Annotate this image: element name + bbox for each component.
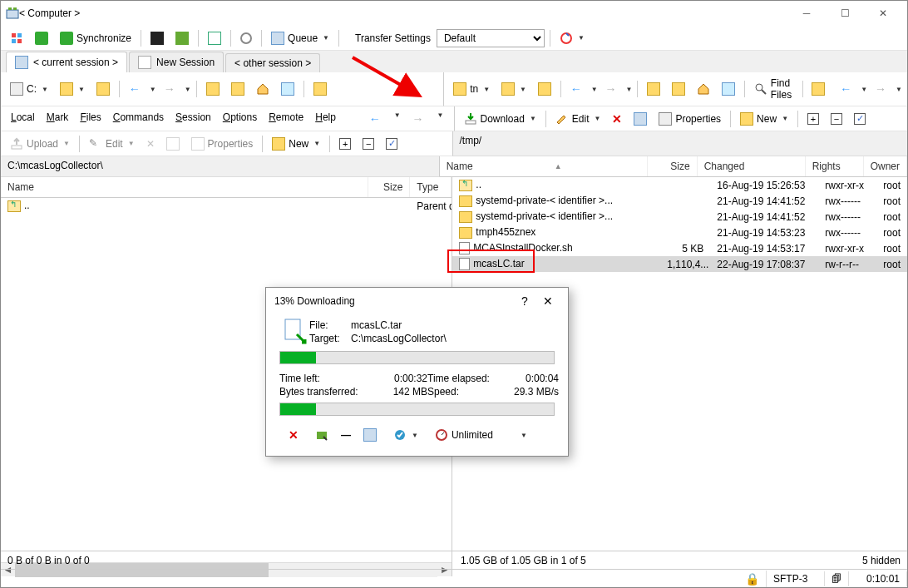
left-refresh[interactable] <box>227 80 249 98</box>
toggle-button[interactable] <box>171 29 193 47</box>
nav-forward[interactable]: → <box>871 80 891 98</box>
rename-icon <box>634 112 647 126</box>
left-parent[interactable] <box>92 80 114 98</box>
menu-remote[interactable]: Remote <box>264 110 308 127</box>
dialog-close-button[interactable]: ✕ <box>536 294 560 308</box>
copy-stats-button[interactable] <box>359 426 381 444</box>
left-forward[interactable]: → <box>160 80 180 98</box>
left-edit-button[interactable]: ✎Edit▼ <box>85 135 139 153</box>
col-rights[interactable]: Rights <box>806 156 864 176</box>
left-delete-button[interactable]: ✕ <box>142 136 159 152</box>
right-forward[interactable]: → <box>601 80 621 98</box>
download-button[interactable]: Download▼ <box>460 110 540 128</box>
svg-rect-0 <box>7 10 18 18</box>
expand-button[interactable]: + <box>803 111 823 127</box>
menu-local[interactable]: Local <box>6 110 40 127</box>
log-icon[interactable]: 🗐 <box>832 573 841 585</box>
chevron-down-icon[interactable]: ▼ <box>521 432 527 439</box>
right-refresh[interactable] <box>668 80 689 98</box>
left-home[interactable] <box>252 80 274 98</box>
right-new-button[interactable]: New▼ <box>736 110 792 128</box>
left-back[interactable]: ← <box>125 80 145 98</box>
left-tree[interactable] <box>277 80 299 98</box>
select-button[interactable]: ✓ <box>850 111 870 127</box>
minimize-button[interactable]: ─ <box>787 1 826 26</box>
right-open-folder[interactable]: ▼ <box>497 80 530 98</box>
left-ops-toolbar: Upload▼ ✎Edit▼ ✕ Properties New▼ + − ✓ <box>1 131 453 156</box>
right-path: /tmp/ <box>460 135 482 146</box>
left-root[interactable] <box>202 80 224 98</box>
tab-other-session[interactable]: < other session > <box>225 53 320 72</box>
right-tree[interactable] <box>718 80 739 98</box>
right-home[interactable] <box>693 80 714 98</box>
right-bookmark[interactable] <box>807 80 829 98</box>
list-item[interactable]: tmph455znex21-Aug-19 14:53:23rwx------ro… <box>452 225 907 240</box>
refresh-button[interactable] <box>204 29 225 47</box>
col-name[interactable]: Name▲ <box>440 156 648 176</box>
minimize-transfer-button[interactable] <box>311 426 333 444</box>
dialog-help-button[interactable]: ? <box>513 294 536 308</box>
col-size[interactable]: Size <box>648 156 698 176</box>
list-item[interactable]: systemd-private-< identifier >...21-Aug-… <box>452 209 907 225</box>
tab-current-session[interactable]: < current session > <box>6 52 127 72</box>
col-type-left[interactable]: Type <box>410 177 452 197</box>
settings-button[interactable] <box>236 30 256 47</box>
right-parent[interactable] <box>534 80 555 98</box>
right-edit-button[interactable]: Edit▼ <box>551 110 605 128</box>
left-bookmark[interactable] <box>309 80 331 98</box>
upload-button[interactable]: Upload▼ <box>6 135 74 153</box>
transfer-once-button[interactable]: ▼ <box>389 426 422 444</box>
left-open-folder[interactable]: ▼ <box>56 80 89 98</box>
properties-icon <box>191 137 205 151</box>
tab-new-session[interactable]: New Session <box>129 52 224 72</box>
menu-session[interactable]: Session <box>170 110 216 127</box>
transfer-settings-combo[interactable]: Default <box>437 29 545 47</box>
left-select-button[interactable]: ✓ <box>382 136 402 152</box>
left-pathbar[interactable]: C:\mcasLogCollector\ <box>1 156 440 177</box>
left-expand-button[interactable]: + <box>335 136 355 152</box>
left-new-button[interactable]: New▼ <box>268 135 324 153</box>
speed-limit-button[interactable]: Unlimited <box>431 426 497 444</box>
left-history-back[interactable]: ← <box>364 110 386 127</box>
left-drive-combo[interactable]: C:▼ <box>6 80 52 98</box>
tab-new-label: New Session <box>156 57 215 68</box>
find-files-button[interactable]: Find Files <box>750 75 797 103</box>
synchronize-button[interactable]: Synchronize <box>56 29 136 47</box>
menu-help[interactable]: Help <box>310 110 341 127</box>
right-root[interactable] <box>643 80 664 98</box>
right-rename-button[interactable] <box>629 110 651 128</box>
col-changed[interactable]: Changed <box>698 156 806 176</box>
left-rename-button[interactable] <box>162 135 184 153</box>
left-collapse-button[interactable]: − <box>358 136 378 152</box>
right-delete-button[interactable]: ✕ <box>608 111 626 127</box>
left-history-forward[interactable]: → <box>407 110 429 127</box>
right-back[interactable]: ← <box>566 80 586 98</box>
list-item[interactable]: ..16-Aug-19 15:26:53rwxr-xr-xroot <box>452 177 907 193</box>
menu-commands[interactable]: Commands <box>108 110 169 127</box>
right-drive-combo[interactable]: tn▼ <box>449 80 494 98</box>
menu-mark[interactable]: Mark <box>42 110 74 127</box>
maximize-button[interactable]: ☐ <box>826 1 864 26</box>
col-size-left[interactable]: Size <box>368 177 410 197</box>
toolbar-btn-2[interactable] <box>31 29 52 47</box>
left-properties-button[interactable]: Properties <box>187 135 258 153</box>
menu-options[interactable]: Options <box>218 110 262 127</box>
close-button[interactable]: ✕ <box>864 1 902 26</box>
cancel-transfer-button[interactable]: ✕ <box>284 427 303 443</box>
right-pathbar[interactable]: /tmp/ <box>453 131 908 156</box>
right-properties-button[interactable]: Properties <box>654 110 725 128</box>
collapse-button[interactable]: − <box>827 111 846 127</box>
list-item[interactable]: ..Parent d <box>1 198 452 214</box>
reconnect-button[interactable]: ▼ <box>555 29 589 47</box>
toolbar-btn-1[interactable] <box>6 29 27 47</box>
col-owner[interactable]: Owner <box>864 156 907 176</box>
list-item[interactable]: systemd-private-< identifier >...21-Aug-… <box>452 193 907 209</box>
queue-button[interactable]: Queue▼ <box>267 29 333 47</box>
dialog-titlebar[interactable]: 13% Downloading ? ✕ <box>266 288 568 314</box>
list-item[interactable]: MCASInstallDocker.sh5 KB21-Aug-19 14:53:… <box>452 240 907 256</box>
col-name-left[interactable]: Name <box>1 177 368 197</box>
list-item[interactable]: mcasLC.tar1,110,4...22-Aug-19 17:08:37rw… <box>452 256 907 272</box>
terminal-button[interactable] <box>146 29 168 47</box>
nav-back[interactable]: ← <box>836 80 856 98</box>
menu-files[interactable]: Files <box>75 110 106 127</box>
